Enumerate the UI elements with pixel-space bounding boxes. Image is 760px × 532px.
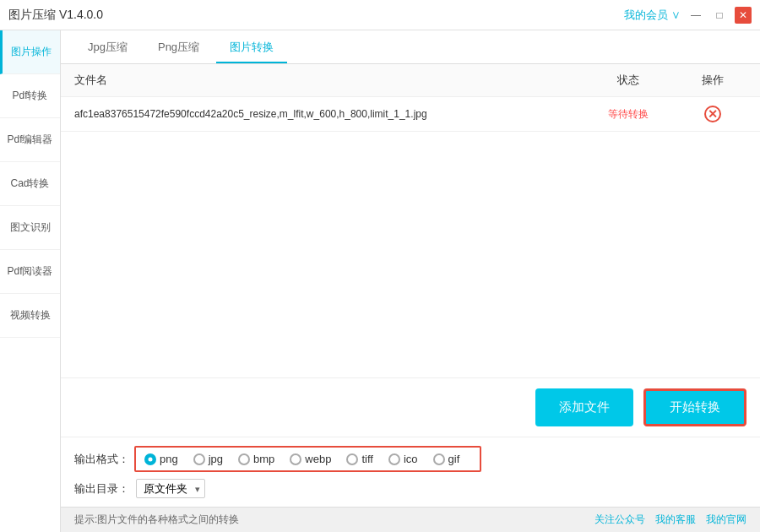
minimize-button[interactable]: — [687,7,704,24]
titlebar: 图片压缩 V1.4.0.0 我的会员 ∨ — □ ✕ [0,0,760,30]
sidebar-item-pdf-editor[interactable]: Pdf编辑器 [0,118,60,162]
radio-bmp[interactable] [238,453,250,465]
radio-tiff[interactable] [346,453,358,465]
radio-webp[interactable] [290,453,301,465]
sidebar-item-ocr[interactable]: 图文识别 [0,206,60,250]
main-layout: 图片操作 Pdf转换 Pdf编辑器 Cad转换 图文识别 Pdf阅读器 视频转换… [0,30,760,532]
start-convert-button[interactable]: 开始转换 [643,388,746,426]
statusbar-link-official-site[interactable]: 我的官网 [706,513,746,527]
format-option-jpg[interactable]: jpg [193,453,223,465]
cell-filename: afc1ea8376515472fe590fccd42a20c5_resize,… [74,108,578,120]
maximize-button[interactable]: □ [711,7,728,24]
format-option-webp[interactable]: webp [290,453,331,465]
format-section: 输出格式： png jpg bmp [61,437,760,507]
format-option-bmp[interactable]: bmp [238,453,274,465]
sidebar-item-pic-ops[interactable]: 图片操作 [0,30,60,74]
sidebar-item-video-convert[interactable]: 视频转换 [0,294,60,338]
column-header-action: 操作 [679,73,746,88]
format-option-png[interactable]: png [144,453,178,465]
statusbar-link-official-account[interactable]: 关注公众号 [594,513,645,527]
output-dir-select[interactable]: 原文件夹 [136,479,205,498]
output-dir-label: 输出目录： [74,481,129,497]
output-dir-row: 输出目录： 原文件夹 [74,479,746,498]
tab-convert[interactable]: 图片转换 [216,33,287,63]
tab-jpg[interactable]: Jpg压缩 [74,33,141,63]
sidebar-item-cad-convert[interactable]: Cad转换 [0,162,60,206]
column-header-status: 状态 [578,73,679,88]
sidebar: 图片操作 Pdf转换 Pdf编辑器 Cad转换 图文识别 Pdf阅读器 视频转换 [0,30,61,532]
format-label: 输出格式： [74,452,129,467]
statusbar: 提示:图片文件的各种格式之间的转换 关注公众号 我的客服 我的官网 [61,507,760,532]
radio-gif[interactable] [433,453,445,465]
format-options-row: png jpg bmp webp [134,446,481,472]
member-button[interactable]: 我的会员 ∨ [624,8,681,23]
file-area: 文件名 状态 操作 afc1ea8376515472fe590fccd42a20… [61,64,760,437]
content-area: Jpg压缩 Png压缩 图片转换 文件名 状态 操作 afc1ea8376515… [61,30,760,532]
statusbar-hint: 提示:图片文件的各种格式之间的转换 [74,513,239,527]
format-row-wrapper: 输出格式： png jpg bmp [74,446,746,472]
radio-png[interactable] [144,453,156,465]
cell-action: ✕ [679,106,746,122]
titlebar-controls: 我的会员 ∨ — □ ✕ [624,7,752,24]
close-button[interactable]: ✕ [735,7,752,24]
table-row: afc1ea8376515472fe590fccd42a20c5_resize,… [61,97,760,132]
statusbar-links: 关注公众号 我的客服 我的官网 [594,513,746,527]
delete-button[interactable]: ✕ [704,106,721,122]
app-title: 图片压缩 V1.4.0.0 [8,8,103,23]
button-row: 添加文件 开始转换 [61,377,760,437]
add-file-button[interactable]: 添加文件 [535,388,633,426]
column-header-filename: 文件名 [74,73,578,88]
format-option-ico[interactable]: ico [388,453,418,465]
radio-jpg[interactable] [193,453,205,465]
sidebar-item-pdf-reader[interactable]: Pdf阅读器 [0,250,60,294]
output-dir-select-wrapper: 原文件夹 [136,479,205,498]
table-header: 文件名 状态 操作 [61,64,760,97]
format-option-gif[interactable]: gif [433,453,460,465]
radio-ico[interactable] [388,453,400,465]
table-body: afc1ea8376515472fe590fccd42a20c5_resize,… [61,97,760,377]
tab-png[interactable]: Png压缩 [144,33,213,63]
format-option-tiff[interactable]: tiff [346,453,373,465]
tabbar: Jpg压缩 Png压缩 图片转换 [61,30,760,64]
cell-status: 等待转换 [578,107,679,122]
statusbar-link-customer-service[interactable]: 我的客服 [655,513,696,527]
sidebar-item-pdf-convert[interactable]: Pdf转换 [0,74,60,118]
